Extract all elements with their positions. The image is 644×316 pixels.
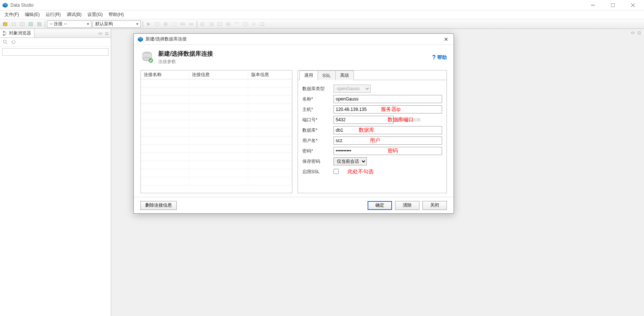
editor-restore-icon[interactable]: ◻ xyxy=(637,30,642,35)
table-row[interactable] xyxy=(141,153,292,161)
svg-point-25 xyxy=(3,40,6,43)
app-title: Data Studio xyxy=(10,3,586,8)
db-type-select[interactable]: openGauss xyxy=(333,85,371,93)
connection-dropdown-label: -- 连接 -- xyxy=(50,21,67,27)
svg-rect-23 xyxy=(3,31,4,33)
clear-button[interactable]: 清除 xyxy=(395,201,419,210)
toolbar-icon-i[interactable] xyxy=(259,20,266,28)
execute-icon[interactable] xyxy=(145,20,152,28)
search-icon[interactable] xyxy=(2,39,8,45)
chevron-down-icon: ▼ xyxy=(136,22,139,26)
menu-settings[interactable]: 设置(G) xyxy=(84,10,106,19)
menu-debug[interactable]: 调试(B) xyxy=(64,10,84,19)
toolbar-icon-3[interactable] xyxy=(19,20,26,28)
tab-general[interactable]: 通用 xyxy=(299,70,318,80)
panel-restore-icon[interactable]: ◻ xyxy=(104,31,109,36)
annotation-port: 数据库端口 xyxy=(388,116,414,123)
schema-dropdown[interactable]: 默认架构 ▼ xyxy=(93,20,141,28)
toolbar-icon-f[interactable] xyxy=(233,20,240,28)
outdent-icon[interactable] xyxy=(208,20,215,28)
menu-run[interactable]: 运行(R) xyxy=(43,10,64,19)
refresh-icon[interactable] xyxy=(10,39,16,45)
label-enable-ssl: 启用SSL xyxy=(302,169,333,175)
menu-help[interactable]: 帮助(H) xyxy=(106,10,127,19)
connection-form: 通用 SSL 高级 数据库类型 openGauss 名称* 主机* 服务器ip xyxy=(298,70,447,193)
svg-rect-17 xyxy=(172,22,176,26)
enable-ssl-checkbox[interactable] xyxy=(333,169,339,174)
label-db-type: 数据库类型 xyxy=(302,86,333,92)
toolbar: -- 连接 -- ▼ 默认架构 ▼ AA aa xyxy=(0,19,644,29)
name-input[interactable] xyxy=(333,95,442,103)
label-port: 端口号* xyxy=(302,117,333,123)
help-label: 帮助 xyxy=(437,54,447,61)
username-input[interactable] xyxy=(333,136,442,145)
toolbar-separator xyxy=(45,21,45,27)
toolbar-separator xyxy=(143,21,143,27)
table-row[interactable] xyxy=(141,112,292,120)
help-link[interactable]: ? 帮助 xyxy=(432,54,447,61)
connection-list-table[interactable]: 连接名称 连接信息 版本信息 xyxy=(140,70,292,193)
close-button[interactable]: 关闭 xyxy=(422,201,447,210)
svg-rect-9 xyxy=(20,22,24,26)
table-row[interactable] xyxy=(141,136,292,145)
window-maximize-button[interactable] xyxy=(606,1,620,10)
save-icon[interactable] xyxy=(27,20,34,28)
table-row[interactable] xyxy=(141,128,292,136)
object-search-input[interactable] xyxy=(2,48,109,56)
toolbar-icon-b[interactable] xyxy=(162,20,169,28)
table-row[interactable] xyxy=(141,104,292,112)
dialog-header-title: 新建/选择数据库连接 xyxy=(158,50,213,58)
menubar: 文件(F) 编辑(E) 运行(R) 调试(B) 设置(G) 帮助(H) xyxy=(0,10,644,19)
ok-button[interactable]: 确定 xyxy=(368,201,392,210)
dialog-window-title: 新建/选择数据库连接 xyxy=(146,36,442,42)
database-icon xyxy=(140,51,154,64)
connection-dropdown[interactable]: -- 连接 -- ▼ xyxy=(47,20,92,28)
dialog-close-button[interactable]: ✕ xyxy=(442,36,450,43)
annotation-database: 数据库 xyxy=(359,127,374,134)
toolbar-icon-e[interactable] xyxy=(225,20,232,28)
svg-point-14 xyxy=(155,22,159,26)
object-browser-tab[interactable]: 对象浏览器 xyxy=(0,29,34,37)
table-row[interactable] xyxy=(141,79,292,88)
table-row[interactable] xyxy=(141,88,292,96)
port-input[interactable] xyxy=(333,116,394,124)
menu-file[interactable]: 文件(F) xyxy=(1,10,22,19)
new-connection-icon[interactable] xyxy=(1,20,9,28)
label-name: 名称* xyxy=(302,96,333,102)
toolbar-icon-h[interactable] xyxy=(250,20,258,28)
label-host: 主机* xyxy=(302,106,333,113)
toolbar-icon-a[interactable] xyxy=(153,20,161,28)
tab-ssl[interactable]: SSL xyxy=(318,70,336,80)
menu-edit[interactable]: 编辑(E) xyxy=(22,10,43,19)
table-row[interactable] xyxy=(141,120,292,128)
delete-connection-button[interactable]: 删除连接信息 xyxy=(140,201,177,210)
toolbar-icon-g[interactable] xyxy=(242,20,249,28)
window-minimize-button[interactable] xyxy=(586,1,600,10)
toolbar-icon-d[interactable] xyxy=(216,20,223,28)
window-close-button[interactable] xyxy=(626,1,640,10)
uppercase-icon[interactable]: AA xyxy=(179,20,186,28)
table-row[interactable] xyxy=(141,96,292,104)
col-header-name: 连接名称 xyxy=(141,70,189,79)
label-password: 密码* xyxy=(302,148,333,154)
app-logo-icon xyxy=(2,2,8,8)
lowercase-icon[interactable]: aa xyxy=(187,20,195,28)
toolbar-icon-c[interactable] xyxy=(170,20,178,28)
editor-minimize-icon[interactable]: ▭ xyxy=(630,30,635,35)
table-row[interactable] xyxy=(141,177,292,185)
connection-dialog: 新建/选择数据库连接 ✕ 新建/选择数据库连接 连接参数 ? 帮助 连接名称 连… xyxy=(133,33,454,214)
save-all-icon[interactable] xyxy=(36,20,43,28)
database-input[interactable] xyxy=(333,126,442,134)
table-row[interactable] xyxy=(141,169,292,177)
table-row[interactable] xyxy=(141,145,292,153)
indent-icon[interactable] xyxy=(199,20,206,28)
table-row[interactable] xyxy=(141,161,292,169)
tab-advanced[interactable]: 高级 xyxy=(335,70,354,80)
svg-rect-4 xyxy=(611,3,615,7)
toolbar-icon-2[interactable] xyxy=(10,20,17,28)
svg-rect-12 xyxy=(38,23,41,26)
svg-rect-22 xyxy=(261,23,264,26)
annotation-ssl: 此处不勾选 xyxy=(348,168,374,175)
panel-minimize-icon[interactable]: ▭ xyxy=(97,31,103,36)
save-password-select[interactable]: 仅当前会话 xyxy=(333,157,367,165)
